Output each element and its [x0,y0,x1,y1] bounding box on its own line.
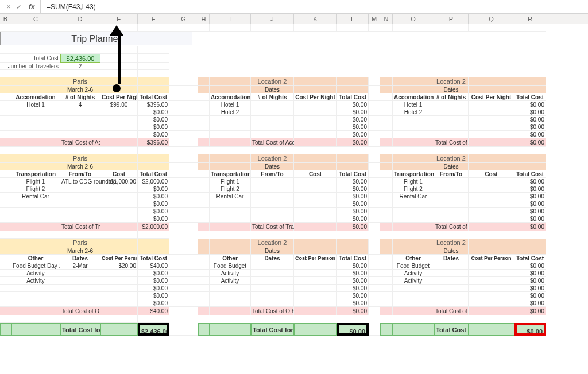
cell[interactable]: Activity [11,270,60,277]
cell[interactable]: $0.00 [337,299,369,307]
cell[interactable]: Rental Car [210,193,251,200]
cell[interactable]: $0.00 [138,215,169,223]
cell[interactable]: $0.00 [337,116,369,123]
loc3-dates[interactable]: Dates [434,247,469,255]
cell[interactable]: $0.00 [337,185,369,193]
cell[interactable]: Hotel 1 [393,101,434,108]
cell[interactable]: Activity [210,270,251,277]
cell[interactable]: Flight 2 [210,185,251,193]
cell[interactable]: Flight 2 [11,185,60,193]
col-header[interactable]: J [251,14,294,24]
col-header[interactable]: L [337,14,369,24]
cell[interactable]: $0.00 [337,178,369,185]
cell[interactable]: ATL to CDG roundtrip [60,178,100,185]
cell[interactable]: 2-Mar [60,262,100,270]
cell[interactable]: $0.00 [337,208,369,215]
cell[interactable]: $0.00 [514,178,546,185]
loc1-dates[interactable]: March 2-6 [60,247,100,255]
cell[interactable]: $0.00 [514,123,546,131]
cell[interactable]: $1,000.00 [100,178,138,185]
cell[interactable]: $99.00 [100,101,138,108]
loc2-name[interactable]: Location 2 [251,154,294,163]
cancel-icon[interactable]: × [3,2,14,12]
cell[interactable]: $0.00 [138,123,169,131]
cell[interactable]: $0.00 [514,215,546,223]
cell[interactable]: $0.00 [138,208,169,215]
cell[interactable]: Food Budget [393,262,434,270]
cell[interactable]: $0.00 [337,277,369,285]
cell[interactable]: 4 [60,101,100,108]
cell[interactable]: $0.00 [337,262,369,270]
cell[interactable]: $0.00 [138,270,169,277]
col-header[interactable]: H [198,14,210,24]
cell[interactable]: Rental Car [393,193,434,200]
cell[interactable]: $0.00 [138,277,169,285]
loc3-dates[interactable]: Dates [434,86,469,94]
cell[interactable]: Rental Car [11,193,60,200]
col-header[interactable]: F [138,14,169,24]
loc1-dates[interactable]: March 2-6 [60,163,100,170]
accom-total[interactable]: $0.00 [514,138,546,147]
cell[interactable]: $0.00 [337,270,369,277]
cell[interactable]: $2,000.00 [138,178,169,185]
loc2-name[interactable]: Location 2 [251,239,294,247]
cell[interactable]: $40.00 [138,262,169,270]
cell[interactable]: $0.00 [514,131,546,138]
cell[interactable]: $0.00 [337,292,369,299]
page-title[interactable]: Trip Planner [0,32,192,45]
loc1-dates[interactable]: March 2-6 [60,86,100,94]
col-header[interactable]: D [60,14,100,24]
total-cost-value[interactable]: $2,436.00 [60,54,100,63]
trans-total[interactable]: $0.00 [337,223,369,231]
cell[interactable]: Activity [210,277,251,285]
cell[interactable]: $0.00 [514,292,546,299]
col-header[interactable]: N [380,14,393,24]
cell[interactable]: $0.00 [138,299,169,307]
col-header[interactable]: I [210,14,251,24]
loc3-name[interactable]: Location 2 [434,77,469,86]
cell[interactable]: $0.00 [514,101,546,108]
loc2-name[interactable]: Location 2 [251,77,294,86]
cell[interactable]: Hotel 2 [393,108,434,116]
col-header[interactable]: C [11,14,60,24]
cell[interactable]: $0.00 [514,277,546,285]
loc2-dates[interactable]: Dates [251,86,294,94]
accom-total[interactable]: $0.00 [337,138,369,147]
cell[interactable]: Flight 1 [210,178,251,185]
accom-total[interactable]: $396.00 [138,138,169,147]
loc2-dates[interactable]: Dates [251,247,294,255]
col-header[interactable]: K [294,14,337,24]
cell[interactable]: Hotel 2 [210,108,251,116]
cell[interactable]: $0.00 [514,185,546,193]
cell[interactable]: $20.00 [100,262,138,270]
grand-total-loc2[interactable]: $0.00 [337,323,369,336]
cell[interactable]: Food Budget Day 1 [11,262,60,270]
cell[interactable]: Hotel 1 [210,101,251,108]
trans-total[interactable]: $2,000.00 [138,223,169,231]
col-header[interactable]: P [434,14,469,24]
formula-input[interactable]: =SUM(F43,L43) [41,3,96,11]
cell[interactable]: $0.00 [337,123,369,131]
cell[interactable]: $0.00 [138,193,169,200]
cell[interactable]: $0.00 [138,285,169,292]
loc1-name[interactable]: Paris [60,77,100,86]
other-total[interactable]: $0.00 [337,307,369,315]
travelers-value[interactable]: 2 [60,63,100,70]
col-header[interactable]: G [169,14,198,24]
spreadsheet-grid[interactable]: Trip Planner Total Cost $2,436.00 Jumber… [0,24,588,336]
cell[interactable]: $0.00 [138,185,169,193]
cell[interactable]: $0.00 [337,131,369,138]
cell[interactable]: $0.00 [138,131,169,138]
trans-total[interactable]: $0.00 [514,223,546,231]
cell[interactable]: $0.00 [337,285,369,292]
cell[interactable]: Hotel 1 [11,101,60,108]
cell[interactable]: $0.00 [138,108,169,116]
col-header[interactable]: M [369,14,380,24]
cell[interactable]: Activity [11,277,60,285]
loc1-name[interactable]: Paris [60,154,100,163]
cell[interactable]: $0.00 [337,108,369,116]
col-header[interactable]: B [0,14,11,24]
grand-total-loc3[interactable]: $0.00 [514,323,546,336]
loc2-dates[interactable]: Dates [251,163,294,170]
cell[interactable]: $0.00 [514,285,546,292]
